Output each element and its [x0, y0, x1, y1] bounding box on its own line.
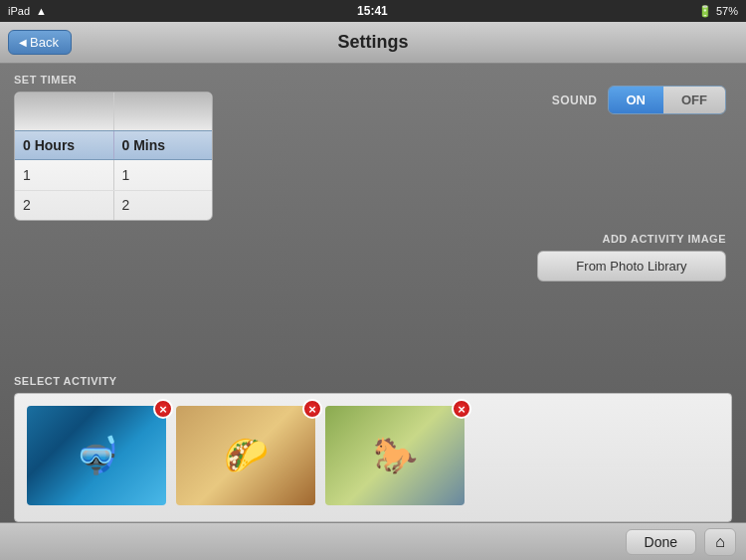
from-photo-library-button[interactable]: From Photo Library [537, 251, 726, 281]
status-time: 15:41 [357, 4, 388, 18]
activity-item-swim[interactable]: × [27, 406, 166, 505]
sound-section: SOUND ON OFF [552, 86, 726, 114]
status-right: 🔋 57% [698, 5, 738, 18]
timer-cell-1-1: 1 [15, 160, 114, 190]
activity-image-food [176, 406, 315, 505]
timer-cell-1-2: 1 [114, 160, 213, 190]
sound-toggle-group: ON OFF [608, 86, 727, 114]
add-image-label: ADD ACTIVITY IMAGE [602, 233, 726, 245]
timer-wheel[interactable]: 0 Hours 0 Mins 1 1 2 2 [14, 92, 213, 221]
timer-top-fade [15, 93, 212, 130]
sound-on-button[interactable]: ON [609, 87, 664, 113]
timer-hours-header: 0 Hours [15, 131, 114, 159]
activity-grid: × × × [14, 393, 732, 522]
page-title: Settings [337, 32, 408, 53]
timer-section-label: SET TIMER [14, 74, 732, 86]
timer-row-1: 1 1 [15, 160, 212, 191]
activity-image-swim [27, 406, 166, 505]
bottom-toolbar: Done ⌂ [0, 522, 746, 560]
wifi-icon: ▲ [36, 5, 47, 17]
add-image-section: ADD ACTIVITY IMAGE From Photo Library [537, 233, 726, 281]
timer-col-fade-left [15, 93, 114, 130]
timer-cell-2-2: 2 [114, 191, 213, 221]
activity-item-horse[interactable]: × [325, 406, 465, 505]
main-content: SET TIMER 0 Hours 0 Mins 1 1 2 2 [0, 64, 746, 522]
status-bar: iPad ▲ 15:41 🔋 57% [0, 0, 746, 22]
home-icon: ⌂ [715, 533, 725, 551]
battery-percent: 57% [716, 5, 738, 17]
activity-image-horse [325, 406, 465, 505]
delete-horse-button[interactable]: × [452, 399, 471, 419]
delete-swim-button[interactable]: × [153, 399, 173, 419]
nav-bar: Back Settings [0, 22, 746, 64]
battery-icon: 🔋 [698, 5, 712, 18]
timer-row-2: 2 2 [15, 191, 212, 221]
timer-mins-header: 0 Mins [114, 131, 213, 159]
select-activity-label: SELECT ACTIVITY [14, 375, 732, 387]
timer-bottom-rows: 1 1 2 2 [15, 160, 212, 220]
home-button[interactable]: ⌂ [704, 528, 736, 556]
timer-col-fade-right [114, 93, 213, 130]
back-button[interactable]: Back [8, 30, 72, 55]
sound-label: SOUND [552, 93, 598, 107]
activity-item-food[interactable]: × [176, 406, 315, 505]
timer-cell-2-1: 2 [15, 191, 114, 221]
activity-section: SELECT ACTIVITY × × × [14, 375, 732, 522]
done-button[interactable]: Done [626, 529, 696, 555]
ipad-label: iPad [8, 5, 30, 17]
delete-food-button[interactable]: × [302, 399, 322, 419]
sound-off-button[interactable]: OFF [663, 87, 725, 113]
timer-header-row: 0 Hours 0 Mins [15, 130, 212, 160]
status-left: iPad ▲ [8, 5, 47, 17]
